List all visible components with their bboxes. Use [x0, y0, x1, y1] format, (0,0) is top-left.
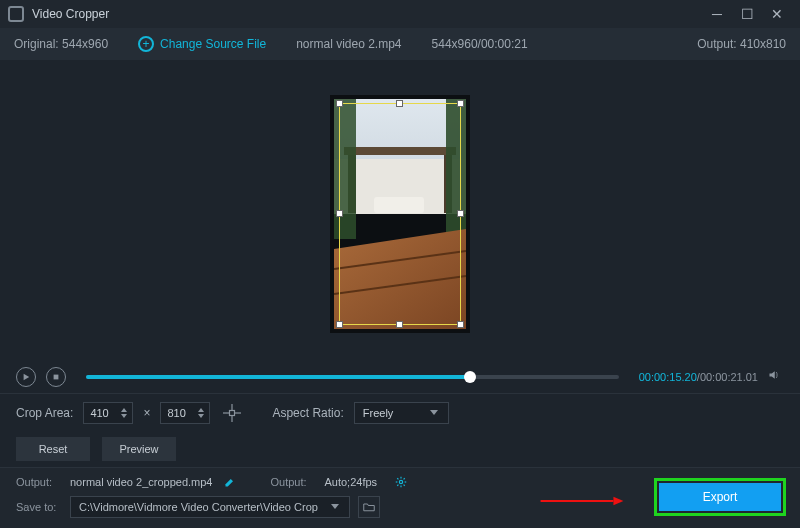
reset-button[interactable]: Reset — [16, 437, 90, 461]
svg-marker-14 — [121, 414, 127, 418]
seek-bar[interactable] — [86, 375, 619, 379]
plus-icon: + — [138, 36, 154, 52]
source-filename: normal video 2.mp4 — [296, 37, 401, 51]
infobar: Original: 544x960 + Change Source File n… — [0, 28, 800, 60]
output-file-label: Output: — [16, 476, 62, 488]
change-source-button[interactable]: + Change Source File — [138, 36, 266, 52]
titlebar: Video Cropper ─ ☐ ✕ — [0, 0, 800, 28]
export-highlight: Export — [654, 478, 786, 516]
time-display: 00:00:15.20/00:00:21.01 — [639, 371, 758, 383]
output-dims-label: Output: 410x810 — [697, 37, 786, 51]
output-section: Output: normal video 2_cropped.mp4 Outpu… — [0, 467, 800, 528]
svg-marker-32 — [331, 504, 339, 509]
crop-handle-tl[interactable] — [336, 100, 343, 107]
crop-handle-t[interactable] — [396, 100, 403, 107]
crop-height-down[interactable] — [197, 413, 205, 418]
crop-handle-br[interactable] — [457, 321, 464, 328]
output-filename: normal video 2_cropped.mp4 — [70, 476, 212, 488]
output-format-label: Output: — [270, 476, 316, 488]
original-label: Original: 544x960 — [14, 37, 108, 51]
output-settings-button[interactable] — [395, 476, 407, 488]
output-format-value: Auto;24fps — [324, 476, 377, 488]
save-to-label: Save to: — [16, 501, 62, 513]
video-frame[interactable] — [330, 95, 470, 333]
crop-width-up[interactable] — [120, 407, 128, 412]
crop-handle-tr[interactable] — [457, 100, 464, 107]
aspect-ratio-select[interactable]: Freely — [354, 402, 449, 424]
times-label: × — [143, 406, 150, 420]
seek-thumb[interactable] — [464, 371, 476, 383]
app-title: Video Cropper — [32, 7, 109, 21]
crop-controls: Crop Area: 410 × 810 Aspect Ratio: Freel… — [0, 393, 800, 431]
crop-height-up[interactable] — [197, 407, 205, 412]
preview-button[interactable]: Preview — [102, 437, 176, 461]
svg-rect-21 — [230, 410, 235, 415]
svg-marker-16 — [198, 414, 204, 418]
crop-handle-bl[interactable] — [336, 321, 343, 328]
seek-fill — [86, 375, 470, 379]
svg-line-28 — [397, 478, 398, 479]
svg-line-30 — [397, 485, 398, 486]
source-meta: 544x960/00:00:21 — [432, 37, 528, 51]
crop-handle-l[interactable] — [336, 210, 343, 217]
crop-height-input[interactable]: 810 — [160, 402, 210, 424]
preview-area — [0, 60, 800, 361]
svg-marker-22 — [430, 410, 438, 415]
export-button[interactable]: Export — [659, 483, 781, 511]
chevron-down-icon — [428, 406, 440, 420]
playback-bar: 00:00:15.20/00:00:21.01 — [0, 361, 800, 393]
volume-icon[interactable] — [768, 369, 784, 385]
close-button[interactable]: ✕ — [762, 0, 792, 28]
crop-handle-r[interactable] — [457, 210, 464, 217]
save-path-select[interactable]: C:\Vidmore\Vidmore Video Converter\Video… — [70, 496, 350, 518]
svg-line-31 — [404, 478, 405, 479]
center-crop-button[interactable] — [220, 402, 244, 424]
minimize-button[interactable]: ─ — [702, 0, 732, 28]
aspect-ratio-label: Aspect Ratio: — [272, 406, 343, 420]
crop-rectangle[interactable] — [339, 103, 461, 325]
edit-filename-button[interactable] — [224, 476, 236, 488]
maximize-button[interactable]: ☐ — [732, 0, 762, 28]
crop-handle-b[interactable] — [396, 321, 403, 328]
svg-marker-11 — [24, 374, 30, 380]
crop-width-input[interactable]: 410 — [83, 402, 133, 424]
crop-area-label: Crop Area: — [16, 406, 73, 420]
crop-width-down[interactable] — [120, 413, 128, 418]
action-buttons-row: Reset Preview — [0, 431, 800, 467]
svg-marker-13 — [121, 408, 127, 412]
svg-point-23 — [399, 480, 402, 483]
svg-line-29 — [404, 485, 405, 486]
app-icon — [8, 6, 24, 22]
play-button[interactable] — [16, 367, 36, 387]
svg-rect-12 — [54, 375, 59, 380]
stop-button[interactable] — [46, 367, 66, 387]
chevron-down-icon — [329, 500, 341, 514]
open-folder-button[interactable] — [358, 496, 380, 518]
svg-marker-15 — [198, 408, 204, 412]
